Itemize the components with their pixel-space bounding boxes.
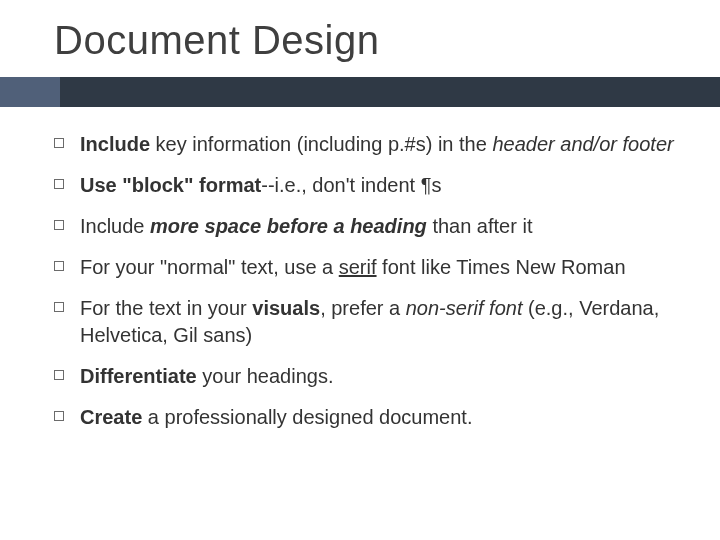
bullet-box-icon [54, 138, 64, 148]
bullet-box-icon [54, 411, 64, 421]
bullet-text: Use "block" format--i.e., don't indent ¶… [80, 172, 680, 199]
bullet-box-icon [54, 220, 64, 230]
bullet-box-icon [54, 261, 64, 271]
title-bar [60, 77, 720, 107]
slide: Document Design Include key information … [0, 0, 720, 540]
title-underline-bar [0, 77, 720, 107]
bullet-text: Include more space before a heading than… [80, 213, 680, 240]
bullet-box-icon [54, 370, 64, 380]
bullet-box-icon [54, 302, 64, 312]
bullet-box-icon [54, 179, 64, 189]
bullet-item: Differentiate your headings. [54, 363, 680, 390]
slide-title: Document Design [54, 18, 680, 63]
bullet-item: For the text in your visuals, prefer a n… [54, 295, 680, 349]
bullet-text: Include key information (including p.#s)… [80, 131, 680, 158]
bullet-item: For your "normal" text, use a serif font… [54, 254, 680, 281]
bullet-text: Create a professionally designed documen… [80, 404, 680, 431]
bullet-text: For your "normal" text, use a serif font… [80, 254, 680, 281]
bullet-text: Differentiate your headings. [80, 363, 680, 390]
accent-block [0, 77, 60, 107]
bullet-list: Include key information (including p.#s)… [54, 131, 680, 431]
bullet-text: For the text in your visuals, prefer a n… [80, 295, 680, 349]
bullet-item: Create a professionally designed documen… [54, 404, 680, 431]
bullet-item: Include key information (including p.#s)… [54, 131, 680, 158]
bullet-item: Include more space before a heading than… [54, 213, 680, 240]
bullet-item: Use "block" format--i.e., don't indent ¶… [54, 172, 680, 199]
